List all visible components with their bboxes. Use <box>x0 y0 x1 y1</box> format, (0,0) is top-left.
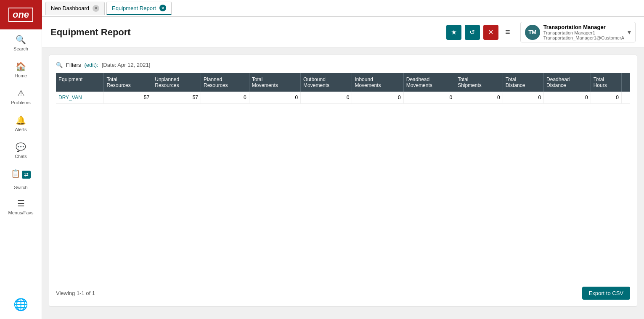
export-csv-button[interactable]: Export to CSV <box>582 287 630 300</box>
filters-edit-link[interactable]: (edit): <box>84 62 98 68</box>
col-planned-resources: PlannedResources <box>201 73 249 92</box>
cell-equipment[interactable]: DRY_VAN <box>56 92 104 104</box>
user-area: TM Transportation Manager Transportation… <box>520 22 636 42</box>
col-deadhead-distance: DeadheadDistance <box>544 73 591 92</box>
report-container: 🔍 Filters (edit): [Date: Apr 12, 2021] E… <box>49 55 637 307</box>
avatar: TM <box>525 25 540 40</box>
logo-text: one <box>8 8 33 22</box>
user-name: Transportation Manager <box>543 24 624 30</box>
sidebar-label-menus: Menus/Favs <box>8 210 34 215</box>
col-equipment: Equipment <box>56 73 104 92</box>
col-total-distance: TotalDistance <box>503 73 543 92</box>
cell-deadhead_distance: 0 <box>544 92 591 104</box>
sidebar-item-menus[interactable]: ☰ Menus/Favs <box>0 193 42 220</box>
filter-bar: 🔍 Filters (edit): [Date: Apr 12, 2021] <box>56 62 630 68</box>
tab-equipment-report[interactable]: Equipment Report ✕ <box>106 2 172 15</box>
col-total-shipments: TotalShipments <box>455 73 503 92</box>
col-total-resources: TotalResources <box>104 73 152 92</box>
menus-icon: ☰ <box>17 198 25 208</box>
search-icon: 🔍 <box>16 34 26 45</box>
table-header-row: Equipment TotalResources UnplannedResour… <box>56 73 630 92</box>
col-outbound-movements: OutboundMovements <box>301 73 352 92</box>
sidebar-label-switch: Switch <box>14 185 27 190</box>
problems-icon: ⚠ <box>17 88 25 98</box>
switch-icon: 📋 <box>11 169 20 178</box>
tab-neo-dashboard[interactable]: Neo Dashboard ✕ <box>45 2 105 15</box>
user-role: Transportation Manager1 <box>543 30 624 35</box>
cell-actions <box>622 92 630 104</box>
main-content: Neo Dashboard ✕ Equipment Report ✕ Equip… <box>42 0 644 319</box>
filters-value: [Date: Apr 12, 2021] <box>102 62 151 68</box>
tab-neo-dashboard-label: Neo Dashboard <box>51 5 89 11</box>
equipment-link[interactable]: DRY_VAN <box>58 95 82 100</box>
viewing-text: Viewing 1-1 of 1 <box>56 290 95 296</box>
menu-button[interactable]: ≡ <box>502 26 514 39</box>
sidebar-item-home[interactable]: 🏠 Home <box>0 56 42 83</box>
cell-outbound_movements: 0 <box>301 92 352 104</box>
tab-bar: Neo Dashboard ✕ Equipment Report ✕ <box>42 0 644 17</box>
col-unplanned-resources: UnplannedResources <box>152 73 201 92</box>
sidebar-label-alerts: Alerts <box>15 127 27 132</box>
sidebar: one 🔍 Search 🏠 Home ⚠ Problems 🔔 Alerts … <box>0 0 42 319</box>
col-deadhead-movements: DeadheadMovements <box>403 73 455 92</box>
switch-blue-icon: ⇄ <box>22 171 31 179</box>
user-email: Transportation_Manager1@CustomerA <box>543 35 624 40</box>
user-info: Transportation Manager Transportation Ma… <box>543 24 624 40</box>
refresh-button[interactable]: ↺ <box>465 25 480 40</box>
sidebar-label-search: Search <box>13 46 28 51</box>
header-bar: Equipment Report ★ ↺ ✕ ≡ TM Transportati… <box>42 17 644 48</box>
home-icon: 🏠 <box>16 61 26 71</box>
sidebar-item-switch[interactable]: 📋 ⇄ <box>0 164 42 185</box>
alerts-icon: 🔔 <box>16 115 26 125</box>
col-inbound-movements: InboundMovements <box>352 73 403 92</box>
user-avatar-icon: 🌐 <box>13 298 28 311</box>
cell-total_hours: 0 <box>591 92 621 104</box>
tab-equipment-report-label: Equipment Report <box>112 5 156 11</box>
table-footer: Viewing 1-1 of 1 Export to CSV <box>56 280 630 300</box>
star-button[interactable]: ★ <box>446 25 461 40</box>
equipment-table: Equipment TotalResources UnplannedResour… <box>56 73 630 104</box>
cell-inbound_movements: 0 <box>352 92 403 104</box>
page-title: Equipment Report <box>50 27 440 38</box>
cell-total_shipments: 0 <box>455 92 503 104</box>
sidebar-item-alerts[interactable]: 🔔 Alerts <box>0 110 42 137</box>
sidebar-item-problems[interactable]: ⚠ Problems <box>0 83 42 110</box>
cell-unplanned_resources: 57 <box>152 92 201 104</box>
filter-icon: 🔍 <box>56 62 63 68</box>
page-body: 🔍 Filters (edit): [Date: Apr 12, 2021] E… <box>42 48 644 319</box>
chats-icon: 💬 <box>16 142 26 152</box>
tab-equipment-report-close[interactable]: ✕ <box>159 5 166 11</box>
header-actions: ★ ↺ ✕ ≡ <box>446 25 514 40</box>
sidebar-label-chats: Chats <box>15 154 27 159</box>
cell-total_movements: 0 <box>249 92 300 104</box>
col-total-movements: TotalMovements <box>249 73 300 92</box>
table-row: DRY_VAN5757000000000 <box>56 92 630 104</box>
chevron-down-icon[interactable]: ▾ <box>628 28 631 36</box>
cell-deadhead_movements: 0 <box>403 92 455 104</box>
sidebar-label-home: Home <box>15 73 27 78</box>
cell-planned_resources: 0 <box>201 92 249 104</box>
cell-total_distance: 0 <box>503 92 543 104</box>
sidebar-label-problems: Problems <box>11 100 30 105</box>
col-actions <box>622 73 630 92</box>
col-total-hours: TotalHours <box>591 73 621 92</box>
filters-label: Filters <box>66 62 81 68</box>
app-logo: one <box>0 0 42 29</box>
tab-neo-dashboard-close[interactable]: ✕ <box>93 5 99 12</box>
close-button[interactable]: ✕ <box>483 25 498 40</box>
sidebar-item-chats[interactable]: 💬 Chats <box>0 137 42 164</box>
cell-total_resources: 57 <box>104 92 152 104</box>
sidebar-item-search[interactable]: 🔍 Search <box>0 29 42 56</box>
